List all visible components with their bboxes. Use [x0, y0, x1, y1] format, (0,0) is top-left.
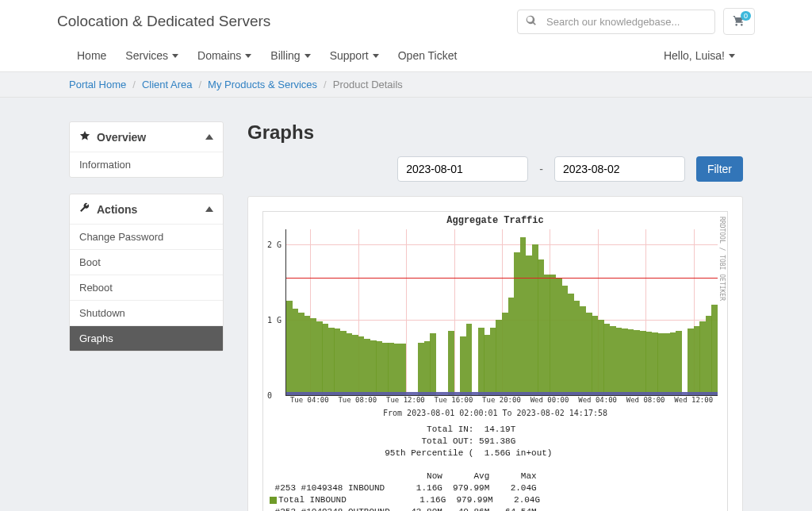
date-dash: - [539, 163, 543, 175]
greeting: Hello, Luisa! [664, 49, 725, 62]
chart-title: Aggregate Traffic [263, 212, 727, 226]
sidebar: Overview Information Actions Change Pass… [69, 121, 224, 511]
page-title: Colocation & Dedicated Servers [57, 13, 270, 30]
chevron-up-icon [205, 134, 213, 140]
chart-plot-area: 01 G2 G [285, 229, 718, 396]
chevron-down-icon [373, 54, 379, 58]
sidebar-item-shutdown[interactable]: Shutdown [70, 300, 223, 325]
breadcrumb-bar: Portal Home/Client Area/My Products & Se… [0, 72, 812, 98]
chart-xaxis: Tue 04:00Tue 08:00Tue 12:00Tue 16:00Tue … [285, 396, 718, 407]
sidebar-item-graphs[interactable]: Graphs [70, 325, 223, 351]
filter-button[interactable]: Filter [696, 156, 743, 182]
chevron-down-icon [304, 54, 311, 58]
breadcrumb-current: Product Details [333, 79, 403, 90]
sidebar-item-reboot[interactable]: Reboot [70, 275, 223, 300]
chart-card: RRDTOOL / TOBI OETIKER Aggregate Traffic… [247, 196, 743, 511]
nav-list: HomeServicesDomainsBillingSupportOpen Ti… [69, 40, 465, 71]
sidebar-item-change-password[interactable]: Change Password [70, 224, 223, 249]
sidebar-item-boot[interactable]: Boot [70, 249, 223, 275]
topbar: Colocation & Dedicated Servers 0 [0, 0, 812, 40]
actions-panel: Actions Change PasswordBootRebootShutdow… [69, 194, 224, 352]
traffic-chart: RRDTOOL / TOBI OETIKER Aggregate Traffic… [262, 211, 728, 511]
cart-badge: 0 [741, 11, 751, 21]
nav-open-ticket[interactable]: Open Ticket [390, 40, 465, 71]
date-from-input[interactable] [397, 156, 528, 182]
breadcrumb-link[interactable]: My Products & Services [208, 79, 317, 90]
content-heading: Graphs [247, 121, 743, 144]
date-to-input[interactable] [554, 156, 685, 182]
overview-panel: Overview Information [69, 121, 224, 178]
nav-home[interactable]: Home [69, 40, 114, 71]
search-input[interactable] [546, 16, 707, 28]
chart-stats: Total IN: 14.19T Total OUT: 591.38G 95th… [263, 421, 727, 511]
nav-domains[interactable]: Domains [190, 40, 259, 71]
date-filter: - Filter [247, 156, 743, 182]
breadcrumb-link[interactable]: Client Area [142, 79, 193, 90]
nav-services[interactable]: Services [117, 40, 186, 71]
rrdtool-label: RRDTOOL / TOBI OETIKER [718, 217, 726, 301]
nav-billing[interactable]: Billing [262, 40, 318, 71]
main-nav: HomeServicesDomainsBillingSupportOpen Ti… [0, 40, 812, 72]
chart-caption: From 2023-08-01 02:00:01 To 2023-08-02 1… [263, 409, 727, 417]
wrench-icon [79, 202, 90, 216]
star-icon [79, 130, 90, 144]
breadcrumb: Portal Home/Client Area/My Products & Se… [69, 72, 743, 97]
search-box[interactable] [517, 10, 715, 34]
breadcrumb-link[interactable]: Portal Home [69, 79, 126, 90]
sidebar-item-information[interactable]: Information [70, 152, 223, 177]
content: Graphs - Filter RRDTOOL / TOBI OETIKER A… [247, 121, 743, 511]
chevron-down-icon [245, 54, 251, 58]
overview-toggle[interactable]: Overview [70, 122, 223, 152]
nav-support[interactable]: Support [322, 40, 387, 71]
chevron-down-icon [729, 54, 735, 58]
chevron-down-icon [172, 54, 178, 58]
search-icon [526, 15, 537, 29]
cart-button[interactable]: 0 [723, 8, 755, 35]
chevron-up-icon [205, 206, 213, 212]
user-menu[interactable]: Hello, Luisa! [656, 40, 743, 71]
actions-toggle[interactable]: Actions [70, 194, 223, 224]
